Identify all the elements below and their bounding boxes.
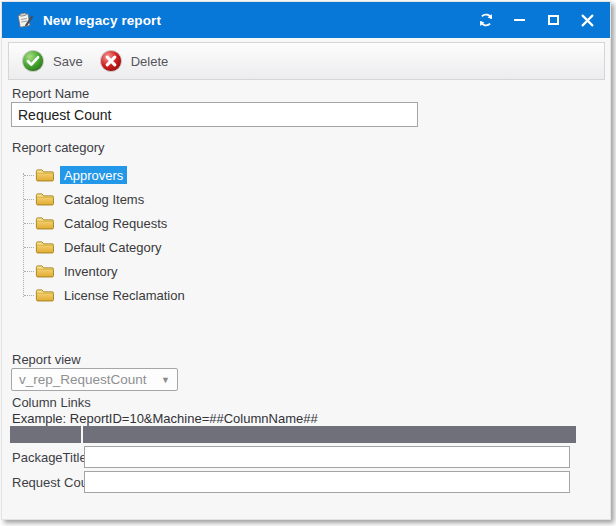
report-name-input[interactable] xyxy=(11,102,418,127)
column-links-example: Example: ReportID=10&Machine=##ColumnNam… xyxy=(12,411,318,426)
report-view-dropdown[interactable]: v_rep_RequestCount ▼ xyxy=(11,368,178,391)
tree-item-approvers[interactable]: Approvers xyxy=(14,163,434,187)
titlebar: New legacy report xyxy=(2,2,610,38)
delete-x-icon xyxy=(99,49,123,73)
delete-button[interactable]: Delete xyxy=(93,46,179,76)
report-note-icon xyxy=(16,11,34,29)
tree-connector xyxy=(24,295,34,296)
folder-icon xyxy=(35,287,54,303)
category-tree: Approvers Catalog Items Catalog Requests xyxy=(14,163,434,309)
report-view-label: Report view xyxy=(12,352,81,367)
column-links-header-cell xyxy=(83,426,576,443)
report-category-label: Report category xyxy=(12,140,105,155)
tree-item-default-category[interactable]: Default Category xyxy=(14,235,434,259)
packagetitle-input[interactable] xyxy=(84,446,570,468)
tree-item-license-reclamation[interactable]: License Reclamation xyxy=(14,283,434,307)
save-label: Save xyxy=(53,54,83,69)
request-count-input[interactable] xyxy=(84,471,570,493)
column-links-header xyxy=(10,426,576,443)
maximize-button[interactable] xyxy=(541,8,566,32)
tree-connector xyxy=(24,247,34,248)
folder-icon xyxy=(35,215,54,231)
tree-item-label: Catalog Requests xyxy=(60,214,171,232)
folder-icon xyxy=(35,263,54,279)
close-button[interactable] xyxy=(575,8,600,32)
refresh-icon xyxy=(478,12,494,28)
save-check-icon xyxy=(21,49,45,73)
tree-item-catalog-requests[interactable]: Catalog Requests xyxy=(14,211,434,235)
tree-connector xyxy=(24,271,34,272)
delete-label: Delete xyxy=(131,54,169,69)
folder-icon xyxy=(35,191,54,207)
column-links-label: Column Links xyxy=(12,395,91,410)
tree-connector xyxy=(24,175,34,176)
tree-item-label: License Reclamation xyxy=(60,286,189,304)
tree-item-label: Catalog Items xyxy=(60,190,148,208)
tree-connector xyxy=(24,199,34,200)
packagetitle-row-label: PackageTitle xyxy=(12,450,87,465)
tree-item-catalog-items[interactable]: Catalog Items xyxy=(14,187,434,211)
minimize-button[interactable] xyxy=(507,8,532,32)
dialog-window: New legacy report xyxy=(1,1,611,520)
maximize-icon xyxy=(548,15,559,25)
tree-item-label: Default Category xyxy=(60,238,166,256)
minimize-icon xyxy=(514,19,525,21)
tree-item-label: Approvers xyxy=(60,166,127,184)
folder-icon xyxy=(35,167,54,183)
window-controls xyxy=(473,8,600,32)
tree-connector xyxy=(24,223,34,224)
close-icon xyxy=(581,14,594,27)
window-title: New legacy report xyxy=(43,13,161,28)
tree-item-inventory[interactable]: Inventory xyxy=(14,259,434,283)
report-name-label: Report Name xyxy=(12,86,89,101)
tree-item-label: Inventory xyxy=(60,262,121,280)
report-view-selected-value: v_rep_RequestCount xyxy=(19,372,147,387)
chevron-down-icon: ▼ xyxy=(161,375,170,385)
refresh-button[interactable] xyxy=(473,8,498,32)
toolbar: Save Delete xyxy=(8,42,605,80)
save-button[interactable]: Save xyxy=(15,46,93,76)
column-links-header-cell xyxy=(10,426,83,443)
folder-icon xyxy=(35,239,54,255)
